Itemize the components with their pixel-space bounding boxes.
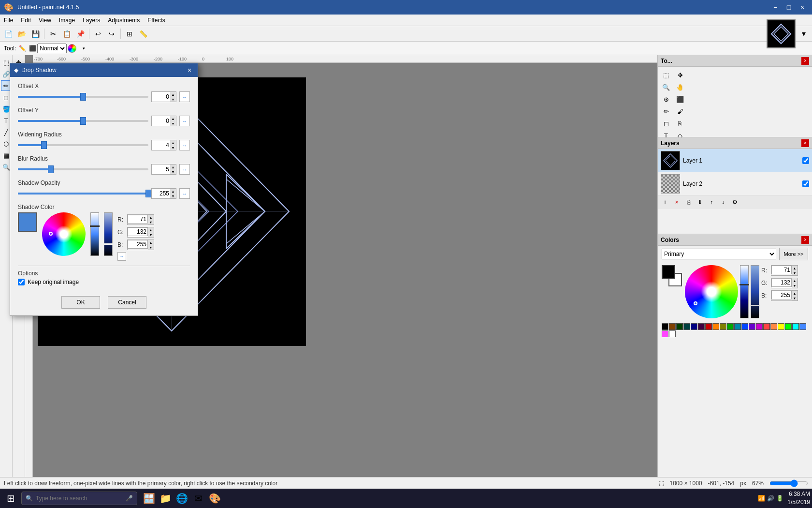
- g-input[interactable]: [771, 278, 792, 287]
- offset-x-up[interactable]: ▲: [170, 92, 176, 97]
- blur-radius-expand[interactable]: ↔: [179, 164, 190, 175]
- blur-radius-slider[interactable]: [18, 168, 148, 170]
- offset-y-expand[interactable]: ↔: [179, 116, 190, 126]
- ok-button[interactable]: OK: [61, 296, 100, 309]
- palette-pink[interactable]: [756, 323, 763, 330]
- shadow-r-up[interactable]: ▲: [148, 215, 154, 220]
- widening-radius-up[interactable]: ▲: [170, 140, 176, 145]
- taskbar-icon-4[interactable]: ✉: [190, 491, 206, 506]
- shadow-r-down[interactable]: ▼: [148, 220, 154, 224]
- g-down-button[interactable]: ▼: [792, 283, 798, 288]
- shadow-opacity-input[interactable]: [152, 189, 170, 198]
- layer-add-button[interactable]: +: [660, 197, 670, 208]
- offset-y-up[interactable]: ▲: [170, 116, 176, 121]
- new-button[interactable]: 📄: [2, 28, 14, 40]
- colors-panel-close[interactable]: ×: [801, 236, 809, 244]
- menu-adjustments[interactable]: Adjustments: [104, 15, 144, 26]
- grid-button[interactable]: ⊞: [123, 28, 136, 40]
- widening-radius-slider[interactable]: [18, 144, 148, 146]
- blur-radius-down[interactable]: ▼: [170, 169, 176, 174]
- redo-button[interactable]: ↪: [105, 28, 118, 40]
- palette-orange[interactable]: [712, 323, 719, 330]
- shadow-g-down[interactable]: ▼: [148, 232, 154, 237]
- shadow-opacity-slider[interactable]: [18, 193, 148, 194]
- undo-button[interactable]: ↩: [92, 28, 104, 40]
- layer-merge-button[interactable]: ⬇: [695, 197, 705, 208]
- layer-1-visible[interactable]: [802, 157, 809, 164]
- maximize-button[interactable]: □: [783, 1, 795, 13]
- palette-dark-teal[interactable]: [683, 323, 690, 330]
- taskbar-icon-2[interactable]: 📁: [158, 491, 173, 506]
- offset-y-slider[interactable]: [18, 120, 148, 122]
- layer-up-button[interactable]: ↑: [706, 197, 717, 208]
- shadow-gradient-slider-2[interactable]: [104, 212, 113, 256]
- palette-cyan[interactable]: [734, 323, 741, 330]
- more-colors-button[interactable]: More >>: [779, 248, 808, 260]
- b-input[interactable]: [771, 291, 792, 299]
- layer-delete-button[interactable]: ×: [671, 197, 682, 208]
- shadow-gradient-slider-1[interactable]: [90, 212, 99, 256]
- search-input[interactable]: [36, 495, 123, 502]
- start-button[interactable]: ⊞: [2, 490, 19, 507]
- palette-bright-blue[interactable]: [799, 323, 806, 330]
- cancel-button[interactable]: Cancel: [108, 296, 146, 309]
- blur-radius-up[interactable]: ▲: [170, 164, 176, 169]
- shadow-color-wheel[interactable]: [42, 212, 86, 256]
- color-wheel[interactable]: [685, 265, 738, 318]
- offset-x-down[interactable]: ▼: [170, 97, 176, 102]
- offset-y-input[interactable]: [152, 116, 170, 126]
- palette-dark-blue[interactable]: [691, 323, 697, 330]
- palette-bright-red[interactable]: [763, 323, 770, 330]
- tmini-move[interactable]: ✥: [675, 70, 685, 80]
- r-down-button[interactable]: ▼: [792, 270, 798, 275]
- tools-mini-close[interactable]: ×: [801, 57, 809, 65]
- shadow-opacity-up[interactable]: ▲: [170, 189, 176, 194]
- rulers-button[interactable]: 📏: [137, 28, 149, 40]
- taskbar-icon-1[interactable]: 🪟: [141, 491, 157, 506]
- dialog-close-button[interactable]: ×: [185, 66, 194, 75]
- zoom-slider[interactable]: [769, 479, 808, 487]
- layer-item-1[interactable]: Layer 1: [658, 149, 812, 172]
- layer-down-button[interactable]: ↓: [718, 197, 728, 208]
- palette-black[interactable]: [662, 323, 668, 330]
- shadow-r-input[interactable]: [128, 215, 148, 224]
- menu-effects[interactable]: Effects: [144, 15, 169, 26]
- shadow-b-up[interactable]: ▲: [148, 240, 154, 245]
- menu-view[interactable]: View: [35, 15, 55, 26]
- taskbar-icon-3[interactable]: 🌐: [174, 491, 189, 506]
- battery-icon[interactable]: 🔋: [776, 495, 783, 502]
- palette-violet[interactable]: [749, 323, 755, 330]
- saturation-slider[interactable]: [740, 265, 749, 318]
- copy-button[interactable]: 📋: [60, 28, 73, 40]
- value-slider[interactable]: [751, 265, 759, 318]
- palette-white[interactable]: [669, 330, 676, 337]
- cut-button[interactable]: ✂: [47, 28, 59, 40]
- shadow-b-down[interactable]: ▼: [148, 245, 154, 250]
- paste-button[interactable]: 📌: [74, 28, 87, 40]
- save-button[interactable]: 💾: [29, 28, 42, 40]
- shadow-color-expand[interactable]: ↔: [117, 252, 126, 261]
- layer-properties-button[interactable]: ⚙: [729, 197, 740, 208]
- tmini-hand[interactable]: 🤚: [675, 82, 685, 92]
- palette-dark-green[interactable]: [676, 323, 683, 330]
- tmini-clone[interactable]: ⎘: [675, 118, 685, 129]
- tmini-brush[interactable]: 🖌: [675, 106, 685, 117]
- menu-edit[interactable]: Edit: [17, 15, 35, 26]
- widening-radius-input[interactable]: [152, 140, 170, 150]
- shadow-b-input[interactable]: [128, 240, 148, 249]
- shadow-g-input[interactable]: [128, 227, 148, 236]
- history-button[interactable]: ▾: [798, 28, 810, 40]
- palette-dark-brown[interactable]: [669, 323, 676, 330]
- g-up-button[interactable]: ▲: [792, 278, 798, 283]
- shadow-opacity-expand[interactable]: ↔: [179, 188, 190, 199]
- network-icon[interactable]: 📶: [758, 495, 765, 502]
- open-button[interactable]: 📂: [15, 28, 28, 40]
- layer-2-visible[interactable]: [802, 180, 809, 187]
- b-up-button[interactable]: ▲: [792, 291, 798, 296]
- tmini-select[interactable]: ⬚: [661, 70, 671, 80]
- palette-yellow-green[interactable]: [720, 323, 726, 330]
- taskbar-clock[interactable]: 6:38 AM 1/5/2019: [787, 490, 810, 507]
- palette-bright-orange[interactable]: [770, 323, 777, 330]
- volume-icon[interactable]: 🔊: [767, 495, 774, 502]
- tmini-zoom[interactable]: 🔍: [661, 82, 671, 92]
